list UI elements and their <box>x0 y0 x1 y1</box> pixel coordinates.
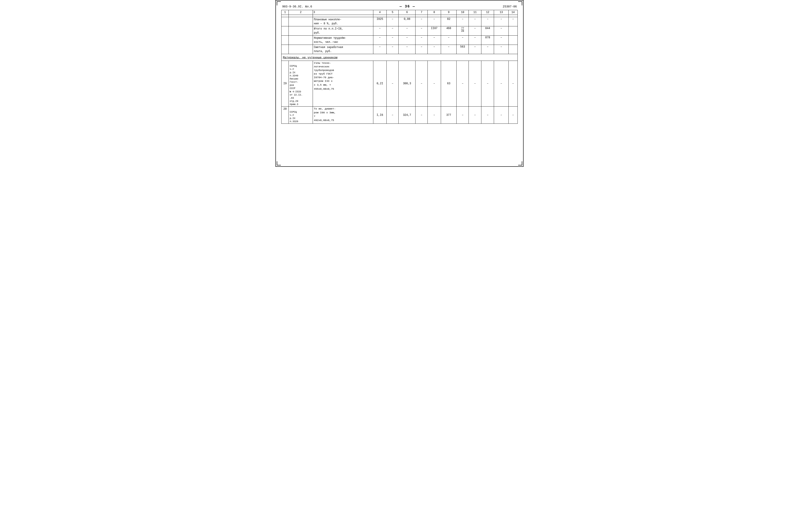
table-row <box>282 15 518 17</box>
item20-col7: – <box>421 114 422 117</box>
planovye-col12: – <box>487 18 488 21</box>
norm-col5: – <box>392 36 394 39</box>
section-header-row: Материалы, не учтенные ценником <box>282 54 518 61</box>
itogo-col7: – <box>421 27 422 30</box>
item20-sub: 492х0,88х0,75 <box>314 118 372 122</box>
norm-col10: – <box>462 36 464 39</box>
corner-br <box>518 162 522 165</box>
item19-ref: ССРСЦ ч.У р.IХ п.3340 Письмо Госст- роя … <box>290 65 303 106</box>
planovye-col9: 82 <box>447 18 450 21</box>
smetnaya-col4: – <box>379 45 381 49</box>
planovye-line1: Плановые накопле- <box>314 18 341 21</box>
itogo-col8: II07 <box>431 27 438 30</box>
item20-desc: То же, диамет- ром I08 х 3мм, т <box>314 107 372 118</box>
itogo-line2: руб. <box>314 31 320 35</box>
col-header-3: 3 <box>313 10 373 15</box>
planovye-col4: I025 <box>377 18 383 21</box>
planovye-col14: – <box>512 18 514 21</box>
item20-col6: 324,7 <box>403 114 411 117</box>
smetnaya-col11: – <box>474 45 476 49</box>
planovye-line2: ния – 8 %, руб. <box>314 22 338 25</box>
item20-ref: ССРСЦ ч.У р.IХ п.3326 <box>290 111 298 123</box>
item19-col10: – <box>462 82 464 85</box>
item19-desc: Узлы техно- логических трубопроводов из … <box>314 61 372 87</box>
itogo-col5: – <box>392 27 394 30</box>
itogo-col12: 844 <box>485 27 490 30</box>
item20-col8: – <box>433 114 435 117</box>
norm-col12: 878 <box>485 36 490 39</box>
table-row-item19: I9 ССРСЦ ч.У р.IХ п.3340 Письмо Госст- р… <box>282 61 518 107</box>
planovye-col10: – <box>462 18 464 21</box>
item19-col11: – <box>474 82 476 85</box>
smetnaya-col13: – <box>501 45 502 49</box>
header-center: — 36 — <box>399 4 415 8</box>
itogo-line1: Итого по п.п.I÷I8, <box>314 27 343 31</box>
smetnaya-col10: 563 <box>460 45 465 49</box>
planovye-col11: – <box>474 18 476 21</box>
smetnaya-line2: плата, руб. <box>314 50 332 53</box>
item20-col13: – <box>501 114 502 117</box>
item19-col14: – <box>512 82 514 85</box>
table-row-item20: 20 ССРСЦ ч.У р.IХ п.3326 То же, диамет- … <box>282 107 518 124</box>
norm-col4: – <box>379 36 381 39</box>
table-row-itogo: Итого по п.п.I÷I8, руб. – – – – II07 468… <box>282 26 518 36</box>
col-header-5: 5 <box>386 10 399 15</box>
item19-sub: 455х0,88х0,75 <box>314 87 372 91</box>
item20-col14: – <box>512 114 514 117</box>
itogo-col11: – <box>474 27 476 30</box>
item19-col13: – <box>501 82 502 85</box>
itogo-col13: – <box>501 27 502 30</box>
item19-col7: – <box>421 82 422 85</box>
column-header-row: 1 2 3 4 5 6 7 8 9 10 11 12 13 14 <box>282 10 518 15</box>
col-header-1: 1 <box>282 10 289 15</box>
col-header-14: 14 <box>508 10 517 15</box>
itogo-col4: – <box>379 27 381 30</box>
item20-num: 20 <box>283 108 287 111</box>
norm-col11: – <box>474 36 476 39</box>
smetnaya-col5: – <box>392 45 394 49</box>
header-left: 903-9-36.9I. Ал.6 <box>282 5 312 8</box>
item20-col12: – <box>487 114 488 117</box>
smetnaya-col8: – <box>433 45 435 49</box>
item20-col4: I,I6 <box>377 114 383 117</box>
header: 903-9-36.9I. Ал.6 — 36 — 25307-06 <box>281 4 518 8</box>
main-table: 1 2 3 4 5 6 7 8 9 10 11 12 13 14 <box>281 10 518 124</box>
planovye-col7: – <box>421 18 422 21</box>
item19-col6: 300,3 <box>403 82 411 85</box>
col-header-2: 2 <box>289 10 313 15</box>
smetnaya-col9: – <box>448 45 450 49</box>
corner-tl <box>277 1 281 5</box>
itogo-col9: 468 <box>446 27 451 30</box>
item19-num: I9 <box>283 82 287 85</box>
item19-col4: 0,2I <box>377 82 383 85</box>
itogo-col6: – <box>406 27 408 30</box>
item19-col9: 63 <box>447 82 450 85</box>
norm-line1: Нормативная трудоём- <box>314 37 346 40</box>
col-header-13: 13 <box>494 10 508 15</box>
smetnaya-col12: – <box>487 45 488 49</box>
item19-col5: – <box>392 82 394 85</box>
col-header-9: 9 <box>441 10 457 15</box>
planovye-col13: – <box>501 18 502 21</box>
smetnaya-col7: – <box>421 45 422 49</box>
itogo-col10-num: 77 <box>461 27 464 30</box>
item20-col5: – <box>392 114 394 117</box>
col-header-11: 11 <box>469 10 482 15</box>
col-header-7: 7 <box>416 10 428 15</box>
corner-tr <box>518 1 522 5</box>
norm-col9: – <box>448 36 450 39</box>
col-header-12: 12 <box>482 10 494 15</box>
itogo-col10-den: 28 <box>461 30 464 33</box>
norm-col8: – <box>433 36 435 39</box>
norm-line2: кость, чел.-час <box>314 41 338 44</box>
norm-col6: – <box>406 36 408 39</box>
corner-bl <box>277 162 281 165</box>
header-right: 25307-06 <box>503 5 517 8</box>
section-label: Материалы, не учтенные ценником <box>283 56 338 59</box>
col-header-10: 10 <box>457 10 469 15</box>
table-row-smetnaya: Сметная заработная плата, руб. – – – – –… <box>282 45 518 54</box>
item20-col10: – <box>462 114 464 117</box>
table-row-normativnaya: Нормативная трудоём- кость, чел.-час – –… <box>282 36 518 45</box>
item20-col9: 377 <box>446 114 451 117</box>
smetnaya-col6: – <box>406 45 408 49</box>
